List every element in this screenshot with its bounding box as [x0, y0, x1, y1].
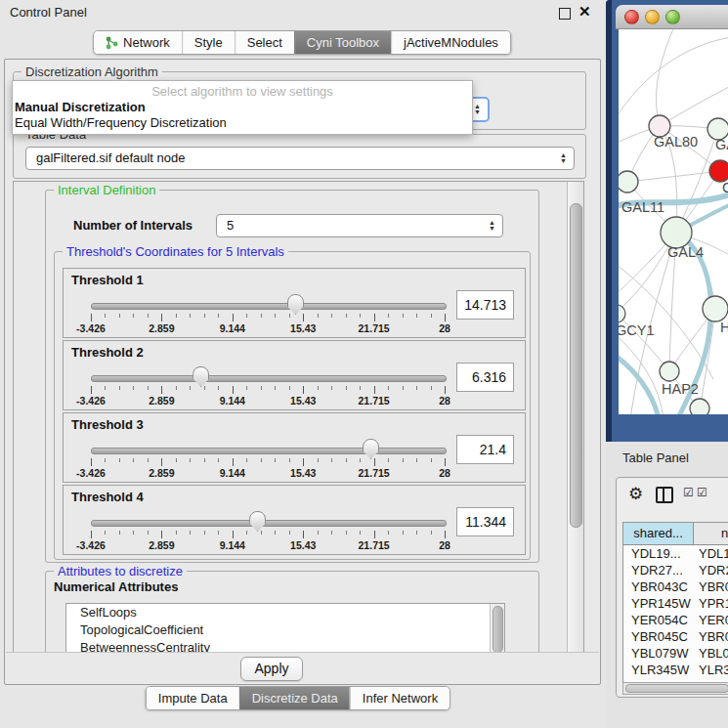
table-cell: YBL079W [623, 645, 694, 662]
number-of-intervals-spinner[interactable]: 5 ▲▼ [216, 214, 503, 237]
checkbox-icon[interactable]: ☑ [683, 486, 694, 499]
scrollbar-thumb[interactable] [492, 606, 503, 653]
algorithm-option-manual[interactable]: Manual Discretization [13, 100, 472, 115]
threshold-value-field[interactable]: 6.316 [456, 363, 514, 392]
threshold-value-field[interactable]: 14.713 [456, 290, 514, 320]
tab-jactivemnodules[interactable]: jActiveMNodules [391, 31, 510, 54]
tab-select[interactable]: Select [235, 31, 294, 54]
network-edge[interactable] [656, 29, 675, 126]
tab-label: Discretize Data [252, 690, 338, 707]
table-horizontal-scrollbar[interactable] [622, 682, 728, 695]
scrollbar-thumb[interactable] [625, 684, 728, 693]
minimize-traffic-light[interactable] [645, 10, 660, 24]
network-node[interactable] [690, 399, 709, 414]
network-edge[interactable] [619, 37, 728, 122]
column-header-name[interactable]: n [694, 523, 728, 544]
scale-label: 2.859 [149, 395, 174, 407]
table-row[interactable]: YBR043CYBR0 [623, 578, 728, 595]
threshold-slider[interactable]: -3.4262.8599.14415.4321.71528 [91, 269, 445, 337]
tab-label: Infer Network [363, 690, 438, 707]
threshold-value-field[interactable]: 11.344 [456, 507, 514, 536]
table-data-combobox[interactable]: galFiltered.sif default node ▲▼ [25, 147, 575, 170]
tab-style[interactable]: Style [182, 31, 235, 54]
scale-label: 28 [439, 395, 450, 407]
slider-thumb-icon[interactable] [363, 439, 379, 459]
attribute-items: SelfLoopsTopologicalCoefficientBetweenne… [66, 604, 504, 654]
threshold-panel: Threshold 1-3.4262.8599.14415.4321.71528… [63, 268, 526, 338]
group-title: Threshold's Coordinates for 5 Intervals [63, 244, 288, 259]
tab-label: Select [247, 34, 282, 51]
algorithm-dropdown-popup: Select algorithm to view settings Manual… [12, 80, 473, 135]
slider-thumb-icon[interactable] [249, 511, 266, 532]
table-cell: YLR3 [694, 662, 728, 678]
slider-thumb-icon[interactable] [287, 294, 304, 315]
tab-label: jActiveMNodules [404, 34, 498, 51]
table-row[interactable]: YPR145WYPR1 [623, 595, 728, 612]
cyni-toolbox-panel: Discretization Algorithm ▲▼ Table Data g… [4, 59, 601, 685]
table-toolbar: ⚙ ☑ ☑ [617, 482, 728, 507]
threshold-panel: Threshold 4-3.4262.8599.14415.4321.71528… [63, 485, 526, 555]
table-row[interactable]: YBL079WYBL0 [623, 645, 728, 662]
tab-network[interactable]: Network [94, 31, 182, 54]
tab-discretize-data[interactable]: Discretize Data [239, 687, 350, 709]
table-row[interactable]: YLR345WYLR3 [623, 662, 728, 678]
apply-button[interactable]: Apply [240, 657, 303, 681]
network-node[interactable] [660, 362, 679, 381]
table-row[interactable]: YBR045CYBR0 [623, 628, 728, 645]
network-graph-svg: GAL80GACGAL11GAL4HGCY1HAP2 [619, 29, 728, 414]
node-table[interactable]: shared... n YDL19...YDL1YDR27...YDR2YBR0… [622, 522, 728, 684]
table-row[interactable]: YER054CYER0 [623, 612, 728, 628]
scale-label: 2.859 [149, 467, 174, 479]
network-view-window: GAL80GACGAL11GAL4HGCY1HAP2 [606, 0, 728, 442]
panel-title: Control Panel [10, 5, 87, 20]
network-node[interactable] [703, 296, 728, 321]
node-label: GCY1 [619, 322, 655, 338]
network-node[interactable] [619, 171, 638, 193]
attributes-scrollbar[interactable] [490, 604, 504, 654]
scale-label: 2.859 [149, 539, 174, 551]
tab-cyni-toolbox[interactable]: Cyni Toolbox [294, 31, 391, 54]
threshold-slider[interactable]: -3.4262.8599.14415.4321.71528 [91, 413, 445, 482]
interval-definition-group: Interval Definition Number of Intervals … [45, 190, 539, 563]
attribute-list-item[interactable]: TopologicalCoefficient [66, 621, 504, 639]
table-cell: YBR045C [623, 628, 694, 645]
gear-icon[interactable]: ⚙ [628, 484, 643, 504]
network-window-titlebar[interactable] [616, 5, 728, 29]
scale-label: 28 [439, 467, 450, 479]
zoom-traffic-light[interactable] [665, 10, 680, 24]
table-body: YDL19...YDL1YDR27...YDR2YBR043CYBR0YPR14… [623, 545, 728, 683]
threshold-value-field[interactable]: 21.4 [456, 435, 514, 464]
float-window-icon[interactable] [559, 8, 571, 20]
numerical-attributes-list[interactable]: SelfLoopsTopologicalCoefficientBetweenne… [65, 603, 505, 654]
network-edge[interactable] [627, 171, 720, 182]
network-node[interactable] [709, 160, 728, 182]
scrollbar-thumb[interactable] [570, 203, 582, 528]
close-traffic-light[interactable] [624, 10, 639, 24]
table-cell: YDR27... [623, 562, 694, 578]
split-table-icon[interactable] [656, 487, 673, 503]
slider-thumb-icon[interactable] [193, 366, 209, 387]
network-edge[interactable] [619, 332, 664, 414]
table-row[interactable]: YDR27...YDR2 [623, 562, 728, 578]
close-icon[interactable]: ✕ [578, 3, 591, 21]
slider-track [91, 448, 447, 454]
network-canvas[interactable]: GAL80GACGAL11GAL4HGCY1HAP2 [619, 29, 728, 414]
table-row[interactable]: YDL19...YDL1 [623, 545, 728, 562]
attribute-list-item[interactable]: SelfLoops [66, 604, 504, 621]
settings-scrollpane: Interval Definition Number of Intervals … [13, 181, 584, 654]
tab-impute-data[interactable]: Impute Data [147, 687, 239, 709]
scale-label: 15.43 [290, 395, 316, 407]
scale-label: 9.144 [220, 322, 245, 334]
checkbox-icon[interactable]: ☑ [697, 486, 707, 499]
node-label: GAL80 [654, 134, 698, 150]
column-header-shared-name[interactable]: shared... [623, 523, 694, 544]
tab-label: Cyni Toolbox [307, 34, 379, 51]
bottom-tab-bar: Impute Data Discretize Data Infer Networ… [146, 686, 450, 710]
network-edge-thick[interactable] [619, 354, 659, 414]
tab-infer-network[interactable]: Infer Network [350, 687, 450, 709]
network-node[interactable] [619, 305, 625, 322]
algorithm-option-equal-width[interactable]: Equal Width/Frequency Discretization [13, 115, 472, 131]
threshold-slider[interactable]: -3.4262.8599.14415.4321.71528 [91, 486, 445, 554]
threshold-slider[interactable]: -3.4262.8599.14415.4321.71528 [91, 341, 445, 409]
settings-vertical-scrollbar[interactable] [567, 182, 583, 653]
